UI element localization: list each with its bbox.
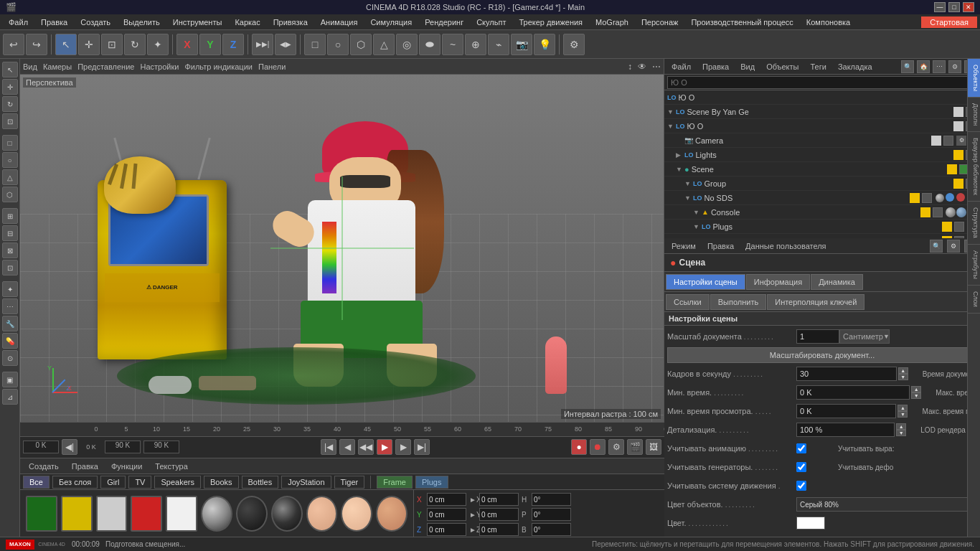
left-tool-8[interactable]: ⬡ (2, 187, 18, 202)
attr-check-gen[interactable] (796, 462, 806, 472)
material-swatch-white[interactable] (166, 496, 197, 532)
current-frame-field[interactable]: 0 K (23, 441, 59, 453)
am-tab-mode[interactable]: Режим (667, 240, 700, 252)
menu-sculpt[interactable]: Скульпт (471, 17, 512, 28)
step-fwd-btn[interactable]: ▶ (395, 439, 411, 455)
material-swatch-sphere-gray[interactable] (201, 496, 232, 532)
expand-icon-console[interactable]: ▼ (693, 209, 702, 216)
toolbar-capsule[interactable]: ⬬ (419, 34, 440, 55)
expand-icon[interactable]: ▼ (667, 108, 676, 116)
material-swatch-skin[interactable] (306, 496, 338, 532)
menu-compositing[interactable]: Компоновка (801, 17, 856, 28)
coord-z[interactable] (427, 523, 466, 536)
total-end-field[interactable]: 90 K (143, 441, 179, 453)
obj-vis-console[interactable] (933, 207, 943, 217)
toolbar-redo[interactable]: ↪ (26, 34, 47, 55)
am-settings-icon[interactable]: ⚙ (947, 240, 960, 253)
right-side-tab-structure[interactable]: Структура (968, 202, 980, 245)
play-start-btn[interactable]: |◀ (321, 439, 336, 455)
tag-plugs[interactable]: Plugs (415, 476, 448, 489)
tag-no-layer[interactable]: Без слоя (52, 476, 98, 489)
vp-menu-cameras[interactable]: Камеры (43, 62, 72, 71)
menu-simulation[interactable]: Симуляция (364, 17, 418, 28)
vp-icon-more[interactable]: ⋯ (652, 62, 661, 72)
left-tool-13[interactable]: ✦ (2, 281, 18, 297)
left-tool-15[interactable]: 🔧 (2, 316, 18, 331)
toolbar-settings[interactable]: ⚙ (563, 34, 585, 55)
menu-select[interactable]: Выделить (118, 17, 166, 28)
toolbar-axis-z[interactable]: Z (222, 34, 244, 55)
right-side-tab-browser[interactable]: Браузер библиотек (968, 132, 980, 202)
maximize-button[interactable]: □ (948, 2, 960, 12)
frame-back-btn[interactable]: ◀| (62, 439, 77, 455)
object-row-lights[interactable]: ▶ LO Lights (664, 148, 980, 162)
minprev-up-btn[interactable]: ▲ (897, 405, 908, 411)
expand-icon-2[interactable]: ▼ (667, 123, 676, 130)
object-row-lo2[interactable]: ▼ LO Ю О (664, 119, 980, 133)
play-back-btn[interactable]: ◀◀ (358, 439, 374, 455)
left-tool-11[interactable]: ⊠ (2, 242, 18, 258)
attr-unit-scale[interactable]: Сантиметр▼ (839, 329, 890, 344)
tag-frame[interactable]: Frame (377, 476, 413, 489)
menu-edit-mat[interactable]: Правка (66, 461, 104, 472)
menu-animation[interactable]: Анимация (315, 17, 364, 28)
close-button[interactable]: ✕ (963, 2, 974, 12)
om-search-icon[interactable]: 🔍 (901, 60, 914, 73)
coord-y[interactable] (427, 508, 466, 521)
attr-tab-info[interactable]: Информация (746, 274, 810, 290)
minimize-button[interactable]: — (934, 2, 946, 12)
toolbar-transform[interactable]: ✦ (147, 34, 169, 55)
material-swatch-skin-light[interactable] (341, 496, 372, 532)
toolbar-sphere[interactable]: ○ (327, 34, 349, 55)
object-row-group[interactable]: ▼ LO Group (664, 176, 980, 191)
om-home-icon[interactable]: 🏠 (917, 60, 930, 73)
toolbar-torus[interactable]: ◎ (396, 34, 418, 55)
attr-tab-keyinterp[interactable]: Интерполяция ключей (767, 294, 864, 310)
left-tool-18[interactable]: ▣ (2, 372, 18, 387)
om-tab-file[interactable]: Файл (667, 61, 695, 72)
vp-icon-eye[interactable]: 👁 (638, 62, 646, 72)
menu-character[interactable]: Персонаж (636, 17, 684, 28)
auto-key-btn[interactable]: ⏺ (590, 439, 606, 455)
obj-vis-plugs[interactable] (954, 222, 964, 232)
om-tab-view[interactable]: Вид (736, 61, 759, 72)
left-tool-7[interactable]: △ (2, 169, 18, 185)
material-swatch-red[interactable] (131, 496, 162, 532)
menu-functions-mat[interactable]: Функции (105, 461, 148, 472)
left-tool-2[interactable]: ✛ (2, 79, 18, 95)
toolbar-play[interactable]: ▶▶| (252, 34, 273, 55)
expand-icon-scene[interactable]: ▼ (676, 166, 684, 173)
size-y[interactable] (479, 508, 519, 521)
toolbar-cylinder[interactable]: ⬡ (350, 34, 372, 55)
left-tool-6[interactable]: ○ (2, 152, 18, 168)
step-back-btn[interactable]: ◀ (339, 439, 355, 455)
record-btn[interactable]: ● (571, 439, 587, 455)
expand-icon-nosds[interactable]: ▼ (684, 194, 693, 202)
toolbar-cone[interactable]: △ (373, 34, 395, 55)
am-search-icon[interactable]: 🔍 (930, 240, 943, 253)
object-row-camera[interactable]: 📷 Camera ⚙ (664, 133, 980, 148)
object-row-plugs[interactable]: ▼ LO Plugs (664, 220, 980, 234)
attr-tab-scene-settings[interactable]: Настройки сцены (666, 274, 745, 290)
attr-tab-links[interactable]: Ссылки (666, 294, 710, 310)
material-swatch-skin-dark[interactable] (376, 496, 407, 532)
object-row-lo1[interactable]: LO Ю О (664, 90, 980, 105)
left-tool-16[interactable]: 💊 (2, 333, 18, 349)
fps-down-btn[interactable]: ▼ (898, 374, 908, 380)
attr-input-min-preview[interactable] (796, 404, 896, 418)
material-swatch-black[interactable] (236, 496, 268, 532)
menu-create[interactable]: Создать (75, 17, 116, 28)
toolbar-light[interactable]: 💡 (534, 34, 555, 55)
left-tool-4[interactable]: ⊡ (2, 113, 18, 129)
tag-speakers[interactable]: Speakers (154, 476, 200, 489)
left-tool-3[interactable]: ↻ (2, 96, 18, 112)
toolbar-scale[interactable]: ⊡ (101, 34, 123, 55)
toolbar-deform[interactable]: ⌁ (488, 34, 509, 55)
play-end-btn[interactable]: ▶| (414, 439, 430, 455)
left-tool-17[interactable]: ⊙ (2, 350, 18, 366)
toolbar-record[interactable]: ◀▶ (275, 34, 296, 55)
material-swatch-dark-sphere[interactable] (271, 496, 303, 532)
material-swatch-dark-green[interactable] (26, 496, 57, 532)
size-z[interactable] (479, 523, 519, 536)
object-row-scene[interactable]: ▼ ● Scene ✓ (664, 162, 980, 176)
